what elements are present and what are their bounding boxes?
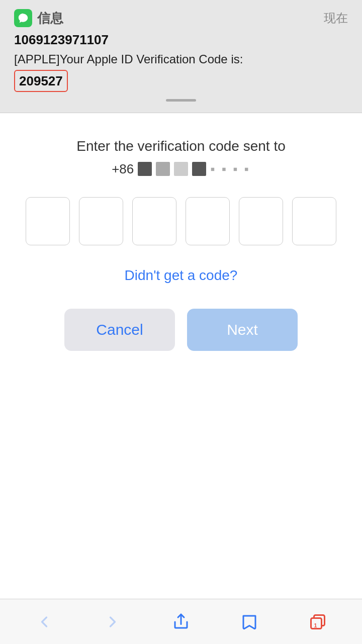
safari-toolbar: 1 [0,599,362,644]
phone-block-1 [138,162,152,176]
code-box-4[interactable] [186,197,230,245]
phone-number-row: +86 ▪ ▪ ▪ ▪ [112,161,250,177]
notif-app-info: 信息 [14,9,63,27]
svg-text:1: 1 [314,622,317,628]
code-box-6[interactable] [292,197,336,245]
notif-body: [APPLE]Your Apple ID Verification Code i… [14,51,348,92]
bookmarks-button[interactable] [234,607,264,637]
code-input-row [26,197,336,245]
code-box-5[interactable] [239,197,283,245]
resend-link[interactable]: Didn't get a code? [125,267,238,284]
phone-block-3 [174,162,188,176]
main-content: Enter the verification code sent to +86 … [0,113,362,386]
instruction-text: Enter the verification code sent to [76,138,286,154]
back-button[interactable] [29,607,59,637]
share-button[interactable] [166,607,196,637]
code-box-2[interactable] [79,197,123,245]
notification-banner: 信息 现在 1069123971107 [APPLE]Your Apple ID… [0,0,362,113]
phone-suffix: ▪ ▪ ▪ ▪ [210,161,250,177]
notif-header: 信息 现在 [14,9,348,27]
next-button[interactable]: Next [187,309,298,351]
notif-code: 209527 [14,70,68,92]
phone-prefix: +86 [112,161,134,177]
phone-block-4 [192,162,206,176]
code-box-1[interactable] [26,197,70,245]
messages-icon [14,9,32,27]
notif-sender: 1069123971107 [14,32,348,48]
notif-drag-bar [166,99,196,102]
phone-block-2 [156,162,170,176]
forward-button[interactable] [98,607,128,637]
code-box-3[interactable] [132,197,176,245]
cancel-button[interactable]: Cancel [64,309,175,351]
notif-app-name: 信息 [37,10,63,27]
tabs-button[interactable]: 1 [303,607,333,637]
buttons-row: Cancel Next [64,309,298,351]
notif-time: 现在 [324,10,348,26]
